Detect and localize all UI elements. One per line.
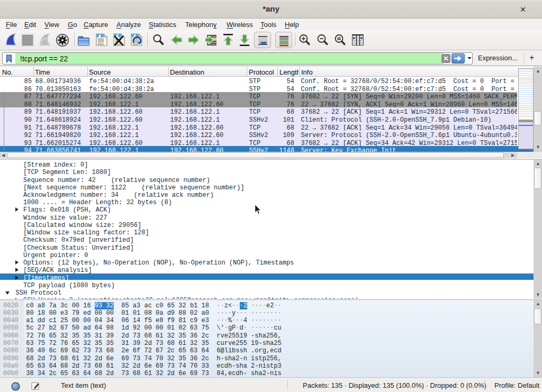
- svg-text:0111: 0111: [98, 43, 104, 45]
